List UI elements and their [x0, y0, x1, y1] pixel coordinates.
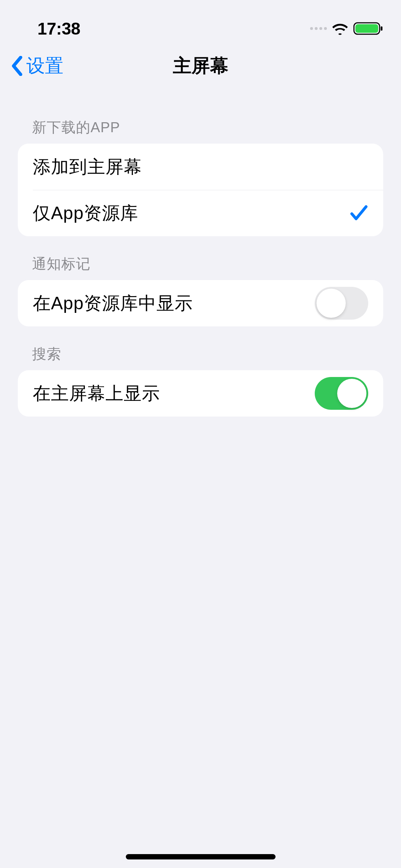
- row-label: 添加到主屏幕: [33, 155, 142, 179]
- svg-rect-2: [381, 26, 382, 31]
- page-title: 主屏幕: [173, 53, 228, 78]
- toggle-knob: [317, 289, 346, 318]
- battery-icon: [353, 21, 383, 36]
- group-header-search: 搜索: [0, 326, 401, 370]
- back-button[interactable]: 设置: [7, 53, 63, 78]
- row-label: 仅App资源库: [33, 201, 138, 225]
- chevron-left-icon: [11, 56, 24, 76]
- status-bar: 17:38: [0, 0, 401, 43]
- toggle-show-in-app-library[interactable]: [315, 287, 368, 320]
- wifi-icon: [331, 22, 349, 35]
- row-label: 在主屏幕上显示: [33, 382, 160, 405]
- option-app-library-only[interactable]: 仅App资源库: [18, 190, 383, 236]
- cellular-dots-icon: [310, 27, 327, 30]
- card-search: 在主屏幕上显示: [18, 370, 383, 417]
- row-show-on-home: 在主屏幕上显示: [18, 370, 383, 417]
- home-indicator: [126, 854, 276, 859]
- status-icons: [310, 21, 383, 36]
- row-label: 在App资源库中显示: [33, 291, 193, 315]
- back-label: 设置: [26, 53, 63, 78]
- group-header-new-downloads: 新下载的APP: [0, 89, 401, 144]
- toggle-show-on-home[interactable]: [315, 377, 368, 410]
- card-badges: 在App资源库中显示: [18, 280, 383, 326]
- card-new-downloads: 添加到主屏幕 仅App资源库: [18, 144, 383, 236]
- toggle-knob: [337, 379, 366, 408]
- status-time: 17:38: [37, 19, 80, 38]
- nav-bar: 设置 主屏幕: [0, 43, 401, 89]
- option-add-to-home[interactable]: 添加到主屏幕: [18, 144, 383, 190]
- svg-rect-1: [355, 24, 378, 33]
- row-show-in-app-library: 在App资源库中显示: [18, 280, 383, 326]
- checkmark-icon: [350, 205, 368, 222]
- group-header-badges: 通知标记: [0, 236, 401, 280]
